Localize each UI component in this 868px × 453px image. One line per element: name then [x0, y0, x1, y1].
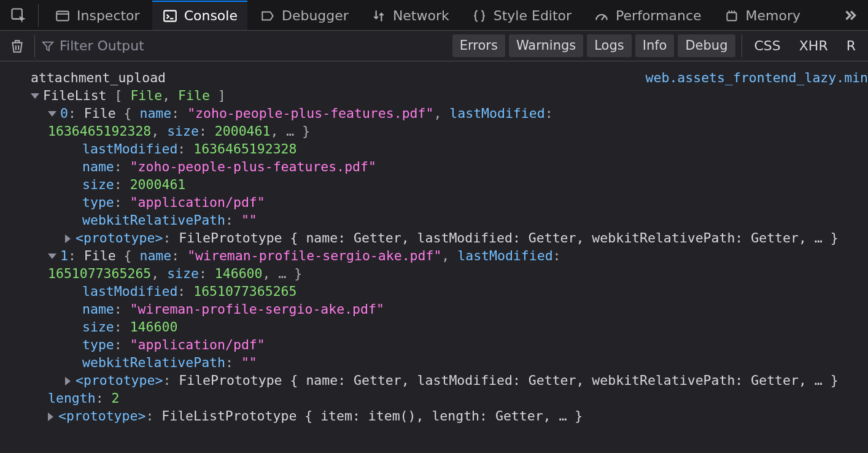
tab-console[interactable]: Console	[152, 1, 247, 30]
console-output[interactable]: web.assets_frontend_lazy.min attachment_…	[0, 61, 868, 432]
filter-css[interactable]: CSS	[748, 34, 787, 58]
chevron-down-icon[interactable]	[48, 111, 56, 117]
tab-label: Memory	[746, 7, 800, 25]
prop-row: type: "application/pdf"	[31, 193, 862, 211]
proto-row[interactable]: <prototype>: FilePrototype { name: Gette…	[31, 371, 862, 389]
devtools-tabbar: Inspector Console Debugger Network Style…	[0, 0, 868, 31]
filter-requests[interactable]: R	[840, 34, 862, 58]
tab-performance[interactable]: Performance	[584, 1, 711, 30]
length-row: length: 2	[31, 389, 862, 407]
tab-network[interactable]: Network	[361, 1, 459, 30]
prop-row: size: 146600	[31, 318, 862, 336]
console-toolbar: Errors Warnings Logs Info Debug CSS XHR …	[0, 31, 868, 61]
file-summary-1[interactable]: 1: File { name: "wireman-profile-sergio-…	[31, 247, 862, 265]
separator	[38, 4, 39, 26]
source-link[interactable]: web.assets_frontend_lazy.min	[646, 69, 868, 87]
tab-label: Inspector	[77, 7, 140, 25]
chevron-down-icon[interactable]	[48, 254, 56, 259]
tabs-overflow-icon[interactable]	[836, 2, 863, 29]
prop-row: webkitRelativePath: ""	[31, 354, 862, 371]
tab-style-editor[interactable]: Style Editor	[462, 1, 581, 30]
filelist-header[interactable]: FileList [ File, File ]	[31, 87, 862, 104]
funnel-icon	[41, 39, 55, 53]
clear-console-icon[interactable]	[6, 35, 28, 57]
filter-debug[interactable]: Debug	[678, 34, 735, 56]
prop-row: webkitRelativePath: ""	[31, 211, 862, 229]
tab-inspector[interactable]: Inspector	[45, 1, 150, 30]
chevron-right-icon[interactable]	[65, 234, 71, 243]
prop-row: lastModified: 1636465192328	[31, 140, 862, 158]
filter-input[interactable]	[60, 38, 244, 53]
pick-element-icon[interactable]	[5, 2, 32, 29]
prop-row: name: "zoho-people-plus-features.pdf"	[31, 158, 862, 176]
proto-row[interactable]: <prototype>: FilePrototype { name: Gette…	[31, 229, 862, 247]
tab-label: Style Editor	[494, 7, 572, 25]
separator	[742, 35, 742, 57]
prop-row: type: "application/pdf"	[31, 336, 862, 354]
tab-label: Console	[184, 7, 238, 25]
filter-xhr[interactable]: XHR	[793, 34, 834, 58]
file-summary-0[interactable]: 0: File { name: "zoho-people-plus-featur…	[31, 104, 862, 122]
tab-label: Performance	[616, 7, 701, 25]
file-summary-1b: 1651077365265, size: 146600, … }	[31, 265, 862, 282]
tab-debugger[interactable]: Debugger	[250, 1, 358, 30]
svg-rect-1	[56, 11, 69, 20]
filter-logs[interactable]: Logs	[587, 34, 631, 56]
prop-row: name: "wireman-profile-sergio-ake.pdf"	[31, 300, 862, 318]
svg-line-5	[602, 15, 605, 20]
tab-label: Debugger	[282, 7, 349, 25]
prop-row: lastModified: 1651077365265	[31, 282, 862, 300]
filter-errors[interactable]: Errors	[452, 34, 505, 56]
svg-rect-3	[164, 10, 176, 21]
filter-warnings[interactable]: Warnings	[509, 34, 583, 56]
proto-row[interactable]: <prototype>: FileListPrototype { item: i…	[31, 407, 862, 425]
svg-rect-6	[727, 12, 736, 20]
separator	[34, 35, 35, 57]
prop-row: size: 2000461	[31, 176, 862, 193]
file-summary-0b: 1636465192328, size: 2000461, … }	[31, 122, 862, 140]
severity-filters: Errors Warnings Logs Info Debug	[452, 34, 735, 56]
chevron-down-icon[interactable]	[31, 93, 39, 99]
chevron-right-icon[interactable]	[65, 377, 71, 385]
tab-label: Network	[393, 7, 449, 25]
tab-memory[interactable]: Memory	[714, 1, 810, 30]
filter-info[interactable]: Info	[635, 34, 675, 56]
chevron-right-icon[interactable]	[48, 412, 53, 421]
filter-wrap	[41, 38, 446, 53]
